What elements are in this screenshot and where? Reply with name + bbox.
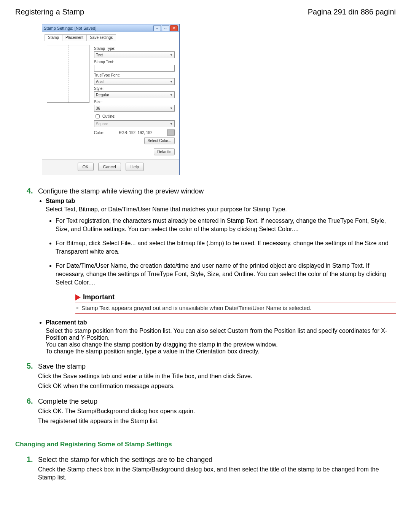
- cancel-button[interactable]: Cancel: [98, 163, 121, 171]
- stamp-type-select[interactable]: Text ▼: [94, 51, 175, 58]
- placement-desc: To change the stamp position angle, type…: [46, 348, 396, 355]
- close-icon[interactable]: ✕: [170, 25, 178, 31]
- size-value: 36: [96, 106, 100, 110]
- chevron-down-icon: ▼: [170, 107, 173, 110]
- stamp-text-input[interactable]: [94, 65, 175, 72]
- flag-icon: [75, 294, 81, 300]
- step-title: Select the stamp for which the settings …: [38, 456, 212, 464]
- size-select[interactable]: 36 ▼: [94, 105, 175, 112]
- step-body: Click OK. The Stamp/Background dialog bo…: [38, 407, 396, 415]
- step-title: Configure the stamp while viewing the pr…: [38, 187, 204, 195]
- minimize-icon[interactable]: –: [153, 25, 161, 31]
- page-info: Pagina 291 din 886 pagini: [308, 8, 396, 16]
- section-heading: Changing and Registering Some of Stamp S…: [15, 441, 396, 448]
- chevron-down-icon: ▼: [170, 80, 173, 83]
- label-color: Color:: [94, 131, 104, 135]
- stamp-settings-dialog: Stamp Settings: [Not Saved] – ▭ ✕ Stamp …: [42, 24, 180, 175]
- list-item: Stamp tab Select Text, Bitmap, or Date/T…: [46, 198, 396, 314]
- color-swatch: [167, 129, 175, 136]
- tab-placement[interactable]: Placement: [62, 34, 87, 41]
- page-title: Registering a Stamp: [15, 8, 84, 16]
- label-font: TrueType Font:: [94, 73, 175, 77]
- chevron-down-icon: ▼: [170, 122, 173, 126]
- defaults-button[interactable]: Defaults: [154, 148, 175, 155]
- outline-select: Square ▼: [94, 120, 175, 127]
- list-item: For Bitmap, click Select File... and sel…: [56, 239, 396, 256]
- list-item: For Date/Time/User Name, the creation da…: [56, 262, 396, 286]
- stamp-type-value: Text: [96, 53, 103, 57]
- style-value: Regular: [96, 93, 109, 97]
- list-item: Placement tab Select the stamp position …: [46, 319, 396, 355]
- placement-desc: You can also change the stamp position b…: [46, 341, 396, 348]
- label-stamp-type: Stamp Type:: [94, 46, 175, 51]
- color-rgb-value: RGB: 192, 192, 192: [119, 131, 152, 135]
- placement-desc: Select the stamp position from the Posit…: [46, 328, 396, 341]
- font-select[interactable]: Arial ▼: [94, 78, 175, 85]
- style-select[interactable]: Regular ▼: [94, 91, 175, 98]
- step-number: 1.: [27, 455, 35, 464]
- maximize-icon[interactable]: ▭: [162, 25, 169, 31]
- font-value: Arial: [96, 80, 104, 84]
- select-color-button[interactable]: Select Color...: [144, 137, 175, 144]
- tab-save-settings[interactable]: Save settings: [86, 34, 116, 41]
- placement-tab-label: Placement tab: [46, 319, 87, 326]
- help-button[interactable]: Help: [126, 163, 144, 171]
- tab-stamp[interactable]: Stamp: [45, 34, 62, 41]
- step-body: Click OK when the confirmation message a…: [38, 382, 396, 390]
- step-title: Save the stamp: [38, 363, 86, 371]
- stamp-preview: [47, 45, 89, 103]
- ok-button[interactable]: OK: [78, 163, 94, 171]
- step-number: 4.: [27, 187, 35, 195]
- important-text: Stamp Text appears grayed out and is una…: [75, 302, 396, 314]
- outline-checkbox[interactable]: [96, 114, 100, 118]
- step-number: 5.: [27, 362, 35, 371]
- step-body: Check the Stamp check box in the Stamp/B…: [38, 465, 396, 482]
- chevron-down-icon: ▼: [170, 53, 173, 57]
- stamp-tab-label: Stamp tab: [46, 198, 75, 204]
- step-body: Click the Save settings tab and enter a …: [38, 372, 396, 380]
- step-number: 6.: [27, 397, 35, 406]
- step-body: The registered title appears in the Stam…: [38, 417, 396, 425]
- label-style: Style:: [94, 86, 175, 91]
- label-stamp-text: Stamp Text:: [94, 60, 175, 64]
- chevron-down-icon: ▼: [170, 93, 173, 97]
- important-label: Important: [83, 293, 115, 301]
- label-outline: Outline:: [102, 114, 115, 118]
- step-title: Complete the setup: [38, 398, 97, 406]
- list-item: For Text registration, the characters mu…: [56, 217, 396, 233]
- outline-value: Square: [96, 122, 108, 126]
- label-size: Size:: [94, 100, 175, 104]
- dialog-title: Stamp Settings: [Not Saved]: [44, 26, 96, 30]
- stamp-tab-desc: Select Text, Bitmap, or Date/Time/User N…: [46, 206, 396, 213]
